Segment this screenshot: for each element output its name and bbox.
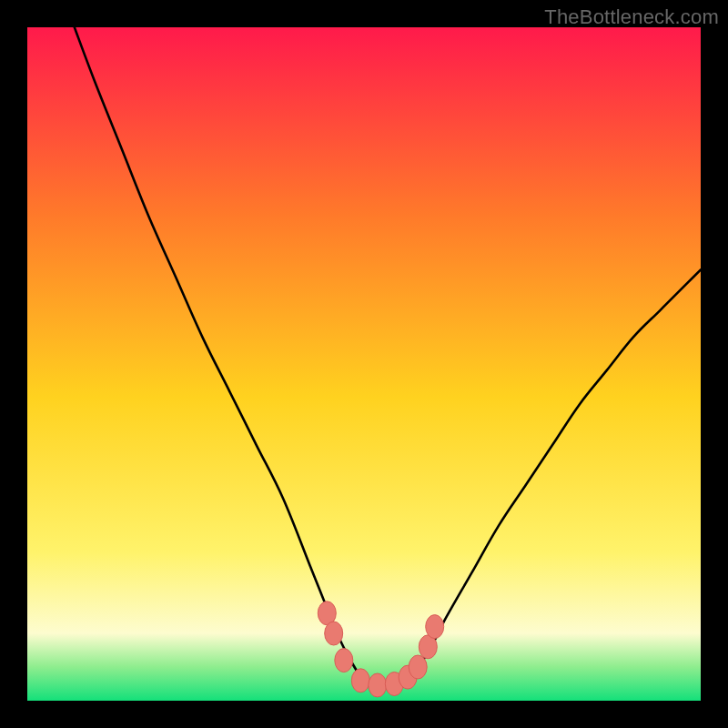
- curve-marker: [335, 649, 353, 672]
- plot-area: [27, 27, 701, 701]
- gradient-background: [27, 27, 701, 701]
- chart-stage: TheBottleneck.com: [0, 0, 728, 728]
- curve-marker: [351, 669, 369, 693]
- curve-marker: [325, 622, 343, 645]
- curve-marker: [426, 615, 444, 639]
- curve-marker: [409, 655, 427, 679]
- watermark-text: TheBottleneck.com: [544, 5, 719, 29]
- plot-svg: [27, 27, 701, 701]
- curve-marker: [369, 673, 387, 697]
